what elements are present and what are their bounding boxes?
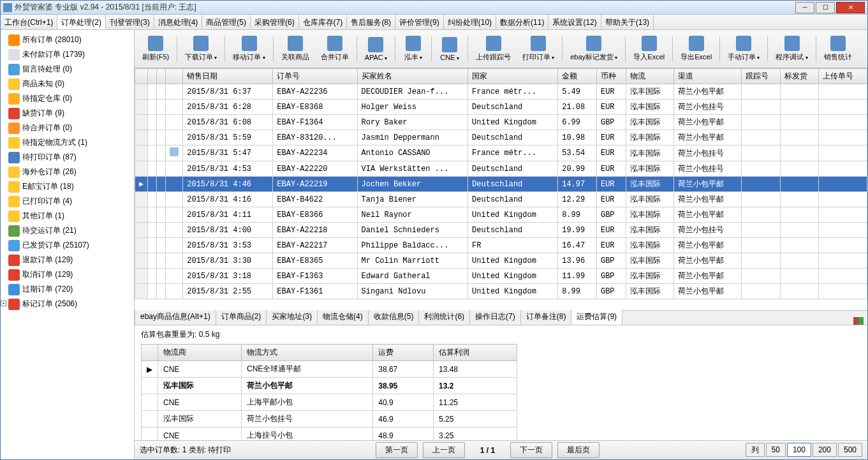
- orders-grid[interactable]: 销售日期订单号买家姓名国家金额币种物流渠道跟踪号标发货上传单号2015/8/31…: [135, 68, 867, 299]
- menu-tab[interactable]: 消息处理(4): [154, 15, 203, 29]
- sidebar-item[interactable]: 待指定物流方式 (1): [1, 135, 134, 150]
- freight-header[interactable]: 物流方式: [241, 345, 372, 361]
- toolbar-button[interactable]: 导出Excel: [675, 34, 717, 63]
- column-header[interactable]: [157, 69, 166, 84]
- freight-header[interactable]: 运费: [373, 345, 434, 361]
- freight-row[interactable]: CNE上海平邮小包40.911.25: [142, 394, 517, 411]
- sidebar-item[interactable]: 退款订单 (129): [1, 253, 134, 267]
- table-row[interactable]: 2015/8/31 3:18EBAY-F1363Edward GatheralU…: [135, 269, 867, 284]
- toolbar-button[interactable]: 程序调试: [770, 34, 813, 63]
- sidebar-item[interactable]: 未付款订单 (1739): [1, 47, 134, 62]
- toolbar-button[interactable]: 关联商品: [276, 34, 314, 63]
- table-row[interactable]: 2015/8/31 6:08EBAY-F1364Rory BakerUnited…: [135, 115, 867, 130]
- table-row[interactable]: ▶2015/8/31 4:46EBAY-A22219Jochen BekkerD…: [135, 177, 867, 192]
- toolbar-button[interactable]: CNE: [434, 36, 465, 63]
- toolbar-button[interactable]: 泓丰: [398, 34, 429, 63]
- table-row[interactable]: 2015/8/31 3:53EBAY-A22217Philippe Baldac…: [135, 238, 867, 253]
- column-header[interactable]: 物流: [626, 69, 674, 84]
- detail-tab[interactable]: 收款信息(5): [368, 308, 420, 325]
- freight-row[interactable]: 泓丰国际荷兰小包平邮38.9513.2: [142, 378, 517, 394]
- table-row[interactable]: 2015/8/31 5:47EBAY-A22234Antonio CASSANO…: [135, 145, 867, 161]
- sidebar-item[interactable]: 待打印订单 (87): [1, 150, 134, 165]
- toolbar-button[interactable]: 下载订单: [180, 34, 222, 63]
- menu-tab[interactable]: 纠纷处理(10): [444, 15, 496, 29]
- toolbar-button[interactable]: 销售统计: [819, 34, 857, 63]
- page-size-button[interactable]: 500: [838, 443, 862, 457]
- toolbar-button[interactable]: 刷新(F5): [137, 34, 174, 63]
- menu-tab[interactable]: 刊登管理(3): [106, 15, 154, 29]
- table-row[interactable]: 2015/8/31 4:11EBAY-E8366Neil RaynorUnite…: [135, 207, 867, 223]
- table-row[interactable]: 2015/8/31 6:28EBAY-E8368Holger WeissDeut…: [135, 100, 867, 115]
- column-header[interactable]: 渠道: [674, 69, 741, 84]
- column-header[interactable]: 销售日期: [183, 69, 273, 84]
- sidebar-item[interactable]: 待合并订单 (0): [1, 121, 134, 135]
- freight-row[interactable]: 泓丰国际荷兰小包挂号46.95.25: [142, 411, 517, 427]
- page-first-button[interactable]: 第一页: [376, 442, 418, 458]
- page-size-button[interactable]: 50: [766, 443, 786, 457]
- toolbar-button[interactable]: 打印订单: [517, 34, 559, 63]
- toolbar-button[interactable]: 移动订单: [228, 34, 270, 63]
- sidebar-item[interactable]: 待指定仓库 (0): [1, 91, 134, 106]
- book-icon[interactable]: [853, 317, 864, 325]
- detail-tab[interactable]: 订单商品(2): [216, 308, 267, 325]
- sidebar-item[interactable]: 过期订单 (720): [1, 282, 134, 297]
- detail-tab[interactable]: 订单备注(8): [520, 308, 572, 325]
- freight-header[interactable]: [142, 345, 158, 361]
- table-row[interactable]: 2015/8/31 4:53EBAY-A22220VIA Werkstätten…: [135, 161, 867, 177]
- menu-tab[interactable]: 系统设置(12): [548, 15, 601, 29]
- menu-tab[interactable]: 售后服务(8): [347, 15, 395, 29]
- maximize-button[interactable]: ☐: [816, 2, 835, 13]
- column-header[interactable]: [166, 69, 183, 84]
- sidebar-item[interactable]: 缺货订单 (9): [1, 106, 134, 121]
- minimize-button[interactable]: ─: [795, 2, 814, 13]
- column-header[interactable]: 标发货: [780, 69, 819, 84]
- menu-tab[interactable]: 数据分析(11): [496, 15, 548, 29]
- sidebar-item[interactable]: 其他订单 (1): [1, 209, 134, 223]
- page-prev-button[interactable]: 上一页: [423, 442, 465, 458]
- column-header[interactable]: 跟踪号: [741, 69, 780, 84]
- freight-header[interactable]: 物流商: [158, 345, 242, 361]
- menu-tab[interactable]: 订单处理(2): [57, 15, 106, 29]
- close-button[interactable]: ✕: [836, 2, 865, 13]
- table-row[interactable]: 2015/8/31 4:00EBAY-A22218Daniel Schniede…: [135, 223, 867, 238]
- freight-row[interactable]: CNE上海挂号小包48.93.25: [142, 427, 517, 441]
- table-row[interactable]: 2015/8/31 3:30EBAY-E8365Mr Colin Marriot…: [135, 253, 867, 269]
- page-last-button[interactable]: 最后页: [557, 442, 600, 458]
- freight-row[interactable]: ▶CNECNE全球通平邮38.6713.48: [142, 361, 517, 378]
- menu-tab[interactable]: 评价管理(9): [395, 15, 444, 29]
- menu-tab[interactable]: 商品管理(5): [202, 15, 251, 29]
- detail-tab[interactable]: 运费估算(9): [571, 308, 622, 325]
- sidebar-item[interactable]: 待交运订单 (21): [1, 223, 134, 238]
- detail-tab[interactable]: 买家地址(3): [266, 308, 318, 325]
- menu-tab[interactable]: 工作台(Ctrl+1): [1, 15, 57, 29]
- orders-grid-container[interactable]: 销售日期订单号买家姓名国家金额币种物流渠道跟踪号标发货上传单号2015/8/31…: [135, 68, 867, 310]
- sidebar-item[interactable]: 取消订单 (129): [1, 267, 134, 282]
- table-row[interactable]: 2015/8/31 6:37EBAY-A22236DECOUDIER Jean-…: [135, 84, 867, 100]
- sidebar-item[interactable]: 所有订单 (28010): [1, 33, 134, 47]
- column-header[interactable]: 金额: [558, 69, 597, 84]
- page-size-button[interactable]: 200: [813, 443, 837, 457]
- freight-table[interactable]: 物流商物流方式运费估算利润▶CNECNE全球通平邮38.6713.48泓丰国际荷…: [141, 344, 517, 440]
- sidebar-item[interactable]: +标记订单 (2506): [1, 297, 134, 311]
- table-row[interactable]: 2015/8/31 5:59EBAY-83120...Jasmin Depper…: [135, 130, 867, 145]
- column-header[interactable]: 国家: [468, 69, 558, 84]
- toolbar-button[interactable]: 合并订单: [316, 34, 354, 63]
- toolbar-button[interactable]: 导入Excel: [628, 34, 670, 63]
- column-header[interactable]: [148, 69, 157, 84]
- toolbar-button[interactable]: APAC: [360, 36, 392, 63]
- detail-tab[interactable]: 物流仓储(4): [317, 308, 369, 325]
- toolbar-button[interactable]: 上传跟踪号: [471, 34, 516, 63]
- column-header[interactable]: 订单号: [273, 69, 357, 84]
- detail-tab[interactable]: 利润统计(6): [418, 308, 470, 325]
- detail-tab[interactable]: ebay商品信息(Alt+1): [135, 308, 216, 325]
- page-next-button[interactable]: 下一页: [510, 442, 552, 458]
- column-header[interactable]: 币种: [596, 69, 626, 84]
- page-size-button[interactable]: 100: [787, 443, 811, 457]
- sidebar-item[interactable]: 留言待处理 (0): [1, 62, 134, 77]
- sidebar-item[interactable]: 已打印订单 (4): [1, 194, 134, 209]
- toolbar-button[interactable]: 手动订单: [723, 34, 765, 63]
- sidebar-item[interactable]: 已发货订单 (25107): [1, 238, 134, 253]
- menu-tab[interactable]: 帮助关于(13): [601, 15, 654, 29]
- column-header[interactable]: 买家姓名: [357, 69, 468, 84]
- table-row[interactable]: 2015/8/31 2:55EBAY-F1361Singani NdlovuUn…: [135, 284, 867, 299]
